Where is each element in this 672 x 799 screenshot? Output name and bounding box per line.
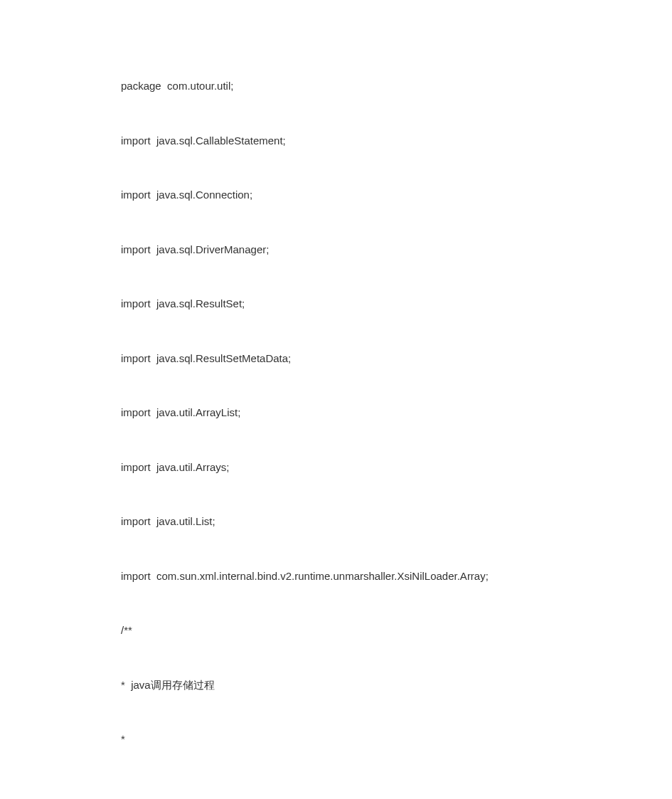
code-line: /** [121,623,551,639]
code-line: import java.sql.Connection; [121,187,551,203]
code-line: import java.util.ArrayList; [121,405,551,421]
code-document: package com.utour.util; import java.sql.… [0,0,672,790]
code-line: import java.util.List; [121,514,551,530]
code-line: * java调用存储过程 [121,677,551,694]
code-line: package com.utour.util; [121,78,551,95]
code-line: import com.sun.xml.internal.bind.v2.runt… [121,568,551,585]
code-line: import java.sql.DriverManager; [121,242,551,258]
code-line: * [121,731,551,748]
code-line: import java.util.Arrays; [121,460,551,476]
code-line: import java.sql.CallableStatement; [121,133,551,149]
code-line: import java.sql.ResultSet; [121,296,551,312]
code-line: import java.sql.ResultSetMetaData; [121,351,551,367]
